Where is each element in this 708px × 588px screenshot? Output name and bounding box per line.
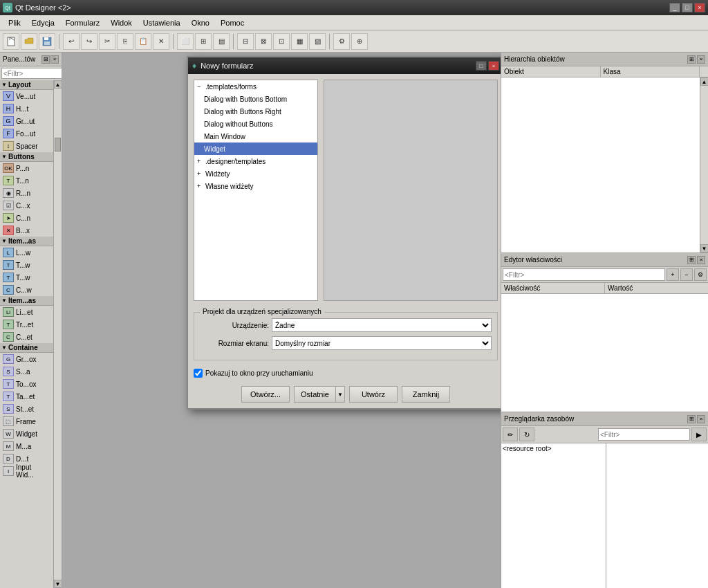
- close-dialog-button[interactable]: Zamknij: [402, 386, 450, 403]
- toolbar-action1[interactable]: ⚙: [333, 33, 350, 50]
- toolbar-layout4[interactable]: ⊠: [255, 33, 272, 50]
- menu-okno[interactable]: Okno: [186, 17, 215, 28]
- widget-widget[interactable]: W Widget: [0, 428, 53, 440]
- tree-item-templates[interactable]: − .templates/forms: [194, 80, 317, 93]
- widget-toolbutton[interactable]: T T...n: [0, 174, 53, 187]
- tree-item-widget[interactable]: Widget: [194, 143, 317, 155]
- menu-pomoc[interactable]: Pomoc: [215, 17, 250, 28]
- widget-tabwidget[interactable]: T Ta...et: [0, 390, 53, 403]
- toolbar-undo[interactable]: ↩: [63, 33, 80, 50]
- tree-item-custom[interactable]: + Własne widżety: [194, 180, 317, 192]
- scroll-down[interactable]: ▼: [54, 580, 62, 588]
- menu-formularz[interactable]: Formularz: [60, 17, 106, 28]
- device-select[interactable]: Żadne: [272, 318, 492, 332]
- toolbar-layout3[interactable]: ⊟: [237, 33, 254, 50]
- hierarchy-scroll-down[interactable]: ▼: [700, 244, 709, 252]
- menu-ustawienia[interactable]: Ustawienia: [138, 17, 186, 28]
- dialog-close[interactable]: ×: [488, 61, 499, 71]
- tree-item-widzety[interactable]: + Widżety: [194, 167, 317, 180]
- toolbar-widget[interactable]: ⬜: [177, 33, 194, 50]
- widget-horizontal-layout[interactable]: H H...t: [0, 102, 53, 115]
- tree-item-designer[interactable]: + .designer/templates: [194, 155, 317, 167]
- toolbar-redo[interactable]: ↪: [81, 33, 97, 50]
- props-add-btn[interactable]: +: [667, 268, 679, 281]
- widget-columnview[interactable]: C C...w: [0, 284, 53, 296]
- open-button[interactable]: Otwórz...: [241, 386, 290, 403]
- toolbar-layout6[interactable]: ▦: [291, 33, 308, 50]
- widget-inputwidget[interactable]: I Input Wid...: [0, 465, 53, 477]
- section-item-widgets[interactable]: ▼ Item...as: [0, 296, 53, 306]
- res-filter-btn[interactable]: ▶: [691, 428, 707, 441]
- dialog-maximize[interactable]: □: [476, 61, 487, 71]
- toolbar-layout2[interactable]: ▤: [213, 33, 230, 50]
- section-item-views[interactable]: ▼ Item...as: [0, 237, 53, 246]
- hierarchy-undock[interactable]: ⊞: [687, 55, 696, 64]
- properties-undock[interactable]: ⊞: [687, 256, 696, 264]
- hierarchy-scroll-up[interactable]: ▲: [700, 77, 709, 86]
- widget-treeview[interactable]: T T...w: [0, 259, 53, 271]
- close-button[interactable]: ×: [694, 3, 705, 12]
- widget-toolbox[interactable]: T To...ox: [0, 378, 53, 390]
- toolbar-layout7[interactable]: ▧: [309, 33, 326, 50]
- minimize-button[interactable]: _: [669, 3, 680, 12]
- menu-edycja[interactable]: Edycja: [26, 17, 60, 28]
- section-layout[interactable]: ▼ Layout: [0, 80, 53, 90]
- tree-item-dialog-bottom[interactable]: Dialog with Buttons Bottom: [194, 93, 317, 105]
- panel-undock[interactable]: ⊞: [41, 55, 50, 64]
- toolbar-new[interactable]: [3, 33, 19, 50]
- widget-tablewidget[interactable]: C C...et: [0, 331, 53, 343]
- title-bar-buttons[interactable]: _ □ ×: [669, 3, 705, 12]
- scroll-thumb[interactable]: [55, 138, 61, 151]
- toolbar-layout5[interactable]: ⊡: [273, 33, 290, 50]
- widget-groupbox[interactable]: G Gr...ox: [0, 353, 53, 365]
- widget-tableview[interactable]: T T...w: [0, 271, 53, 284]
- tree-item-dialog-right[interactable]: Dialog with Buttons Right: [194, 105, 317, 118]
- tree-item-mainwindow[interactable]: Main Window: [194, 130, 317, 143]
- recent-split-button[interactable]: Ostatnie ▼: [294, 386, 345, 403]
- properties-filter-input[interactable]: [503, 268, 665, 281]
- widget-mdi[interactable]: M M...a: [0, 440, 53, 452]
- hierarchy-scroll-track[interactable]: [700, 86, 708, 244]
- toolbar-layout1[interactable]: ⊞: [195, 33, 212, 50]
- widget-treewidget[interactable]: T Tr...et: [0, 318, 53, 331]
- resources-close[interactable]: ×: [697, 415, 705, 423]
- widget-listwidget[interactable]: Li Li...et: [0, 306, 53, 318]
- scroll-up[interactable]: ▲: [54, 80, 62, 89]
- widget-buttonbox[interactable]: ✕ B...x: [0, 224, 53, 237]
- recent-button-arrow[interactable]: ▼: [335, 386, 345, 403]
- widget-form-layout[interactable]: F Fo...ut: [0, 127, 53, 140]
- properties-close[interactable]: ×: [697, 256, 705, 264]
- toolbar-paste[interactable]: 📋: [135, 33, 151, 50]
- res-edit-btn[interactable]: ✏: [503, 428, 518, 441]
- filter-input[interactable]: [1, 68, 62, 79]
- tree-item-dialog-nobuttons[interactable]: Dialog without Buttons: [194, 118, 317, 130]
- props-remove-btn[interactable]: −: [680, 268, 693, 281]
- widget-checkbox[interactable]: ☑ C...x: [0, 199, 53, 212]
- recent-button-main[interactable]: Ostatnie: [294, 386, 335, 403]
- create-button[interactable]: Utwórz: [349, 386, 398, 403]
- widget-commandlink[interactable]: ➤ C...n: [0, 212, 53, 224]
- panel-close[interactable]: ×: [50, 55, 59, 64]
- resources-undock[interactable]: ⊞: [687, 415, 696, 423]
- menu-plik[interactable]: Plik: [3, 17, 26, 28]
- widget-pushbutton[interactable]: OK P...n: [0, 162, 53, 174]
- maximize-button[interactable]: □: [682, 3, 693, 12]
- hierarchy-scrollbar[interactable]: ▲ ▼: [700, 77, 708, 252]
- resources-filter-input[interactable]: [598, 428, 690, 441]
- widget-vertical-layout[interactable]: V Ve...ut: [0, 90, 53, 102]
- screen-select[interactable]: Domyślny rozmiar: [272, 336, 492, 350]
- toolbar-save[interactable]: [39, 33, 55, 50]
- toolbar-open[interactable]: [21, 33, 37, 50]
- show-dialog-checkbox[interactable]: [194, 369, 203, 378]
- props-configure-btn[interactable]: ⚙: [694, 268, 707, 281]
- widget-radiobutton[interactable]: ◉ R...n: [0, 187, 53, 199]
- widget-listview[interactable]: L L...w: [0, 246, 53, 259]
- widget-grid-layout[interactable]: G Gr...ut: [0, 115, 53, 127]
- section-buttons[interactable]: ▼ Buttons: [0, 152, 53, 162]
- toolbar-action2[interactable]: ⊕: [351, 33, 368, 50]
- section-containers[interactable]: ▼ Containe: [0, 343, 53, 353]
- toolbar-delete[interactable]: ✕: [153, 33, 169, 50]
- toolbar-copy[interactable]: ⎘: [117, 33, 133, 50]
- widget-frame[interactable]: ⬚ Frame: [0, 415, 53, 428]
- widget-stackedwidget[interactable]: S St...et: [0, 403, 53, 415]
